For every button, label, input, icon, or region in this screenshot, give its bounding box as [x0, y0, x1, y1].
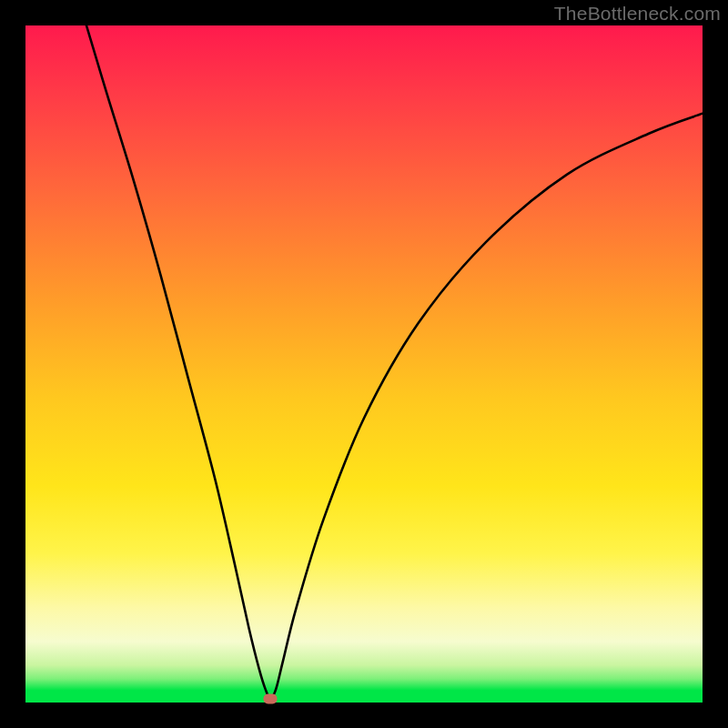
plot-area: [25, 25, 703, 703]
background-gradient: [25, 25, 703, 703]
watermark-text: TheBottleneck.com: [554, 3, 721, 25]
optimal-marker: [264, 693, 278, 703]
chart-frame: TheBottleneck.com: [0, 0, 728, 728]
